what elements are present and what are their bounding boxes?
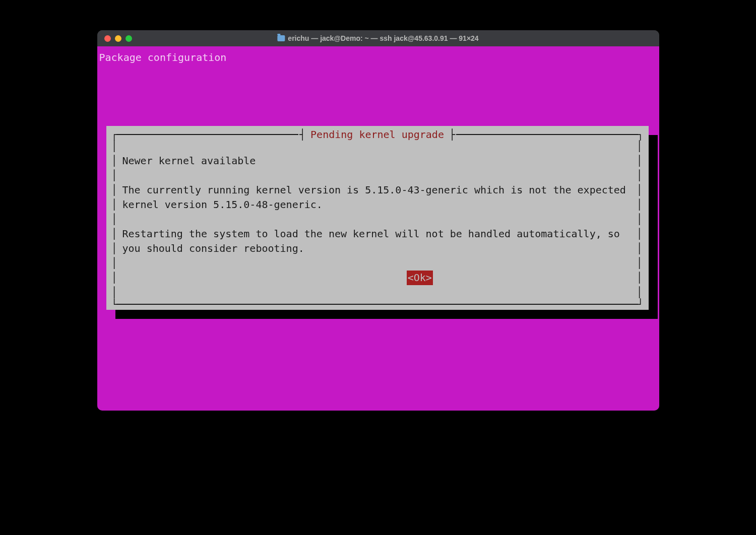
traffic-lights (104, 35, 132, 42)
dialog-border-top: ┤ Pending kernel upgrade ├ (111, 130, 644, 139)
minimize-button[interactable] (115, 35, 121, 42)
dialog-body2: Restarting the system to load the new ke… (118, 227, 637, 256)
maximize-button[interactable] (125, 35, 132, 42)
dialog-row-heading: │ Newer kernel available │ (111, 154, 644, 168)
terminal-window: erichu — jack@Demo: ~ — ssh jack@45.63.0… (97, 30, 659, 411)
ok-button[interactable]: <Ok> (407, 271, 433, 285)
dialog-content: ┤ Pending kernel upgrade ├ │ │ │ New (106, 126, 649, 310)
dialog-body1: The currently running kernel version is … (118, 183, 637, 212)
dialog-border-bottom (111, 300, 644, 309)
dialog-title: Pending kernel upgrade (306, 127, 448, 142)
window-title-text: erichu — jack@Demo: ~ — ssh jack@45.63.0… (288, 34, 478, 42)
dialog-row-blank: │ │ (111, 212, 644, 227)
close-button[interactable] (104, 35, 111, 42)
dialog-row-body2: ││ Restarting the system to load the new… (111, 227, 644, 256)
dialog-wrapper: ┤ Pending kernel upgrade ├ │ │ │ New (106, 126, 650, 310)
folder-icon (277, 35, 285, 41)
dialog-row-body1: ││ The currently running kernel version … (111, 183, 644, 212)
title-bar: erichu — jack@Demo: ~ — ssh jack@45.63.0… (97, 30, 659, 46)
dialog-row-blank: │ │ (111, 168, 644, 183)
window-title: erichu — jack@Demo: ~ — ssh jack@45.63.0… (277, 34, 478, 42)
dialog-box: ┤ Pending kernel upgrade ├ │ │ │ New (106, 126, 649, 310)
terminal-body: Package configuration ┤ Pending kernel u… (97, 46, 659, 411)
dialog-row-ok: │ <Ok> │ (111, 271, 644, 285)
dialog-heading: Newer kernel available (118, 154, 637, 168)
package-config-header: Package configuration (99, 50, 657, 65)
